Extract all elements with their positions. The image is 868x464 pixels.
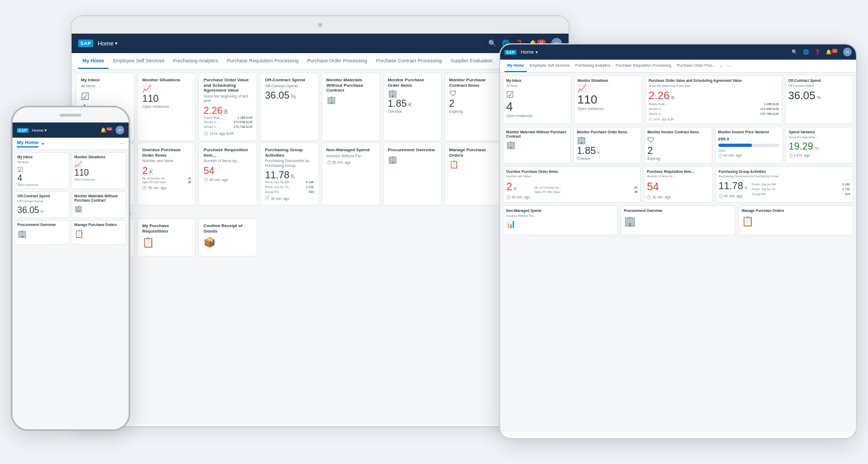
tile-purchase-req-right[interactable]: Purchase Requisition Item... Number of i…: [643, 166, 712, 203]
tablet-large: SAP Home ▾ 🔍 🌐 ❓ 🔔12 JD My Home Employee…: [71, 15, 570, 427]
tab-po-processing-large[interactable]: Purchase Order Processing: [303, 53, 372, 69]
tile-po-value-right[interactable]: Purchase Order Value and Scheduling Agre…: [645, 75, 782, 124]
tile-title: Monitor Invoice Price Variance: [718, 130, 780, 134]
tile-monitor-materials-large[interactable]: Monitor Materials Without Purchase Contr…: [322, 73, 380, 141]
tile-manage-po-phone[interactable]: Manage Purchase Orders 📋: [72, 220, 126, 244]
tile-title: Procurement Overview: [624, 209, 732, 213]
tile-icon: 📈: [142, 84, 191, 93]
tile-off-contract-phone[interactable]: Off-Contract Spend Off-Contract-Spend 36…: [15, 191, 69, 217]
tab-purchasing-analytics-large[interactable]: Purchasing Analytics: [169, 53, 222, 69]
tile-title: Monitor Situations: [142, 78, 191, 83]
tile-purchasing-group-large[interactable]: Purchasing Group Activities Purchasing D…: [260, 143, 318, 205]
tile-icon: 🛡: [647, 136, 709, 144]
tile-subtitle: Purchasing Documents by Purchasing Group: [719, 175, 850, 178]
tile-non-managed-right[interactable]: Non-Managed Spend Invoices Without Pur..…: [503, 205, 618, 235]
sap-logo-right: SAP: [505, 50, 516, 55]
tile-monitor-pc-right[interactable]: Monitor Invoice Contract Items 🛡 2 Expir…: [644, 127, 712, 164]
tile-monitor-pc-items-large[interactable]: Monitor Purchase Contract Items 🛡 2 Expi…: [444, 73, 503, 141]
tile-manage-po-large[interactable]: Manage Purchase Orders 📋: [444, 143, 503, 205]
phone-nav-title[interactable]: My Home: [17, 140, 39, 147]
tile-value: 1.85: [577, 145, 596, 157]
notif-icon-phone[interactable]: 🔔12: [100, 127, 112, 133]
tile-title: Spend Variance: [789, 130, 850, 134]
tile-my-inbox-phone[interactable]: My Inbox All Items ☑ 4 Open Instances: [15, 152, 69, 189]
tile-data-rows: Polaris Brak...1.28B EUR Vendor V...274.…: [648, 102, 778, 116]
tile-invoice-price-right[interactable]: Monitor Invoice Price Variance 299.3 100…: [715, 127, 783, 164]
tile-monitor-situations-phone[interactable]: Monitor Situations 📈 110 Open Instances: [72, 152, 126, 189]
tab-purchase-req-large[interactable]: Purchase Requisition Processing: [222, 53, 303, 69]
tile-title: My Inbox: [81, 78, 130, 83]
speaker: [60, 114, 81, 117]
tile-value: 110: [142, 94, 158, 104]
tab-employee-self-right[interactable]: Employee Self Services: [527, 60, 572, 72]
tab-analytics-right[interactable]: Purchasing Analytics: [572, 60, 613, 72]
search-icon-large[interactable]: 🔍: [488, 40, 496, 47]
tile-icon: 📊: [506, 220, 615, 228]
tile-value: 110: [74, 168, 124, 178]
tile-monitor-materials-right[interactable]: Monitor Materials Without Purchase Contr…: [503, 127, 571, 164]
tile-title: Procurement Overview: [17, 223, 67, 227]
nav-settings-phone[interactable]: ⋯: [119, 141, 124, 146]
tab-my-home-right[interactable]: My Home: [505, 60, 527, 72]
tile-off-contract-right[interactable]: Off-Contract Spend Off-Contract-Spend 36…: [785, 75, 853, 124]
tile-monitor-situations-large[interactable]: Monitor Situations 📈 110 Open Instances: [137, 73, 196, 141]
tile-subtitle: Purchasing Documents by Purchasing Group: [265, 159, 314, 168]
tile-title: Off-Contract Spend: [265, 78, 314, 83]
tab-supplier-large[interactable]: Supplier Evaluation: [446, 53, 497, 69]
tile-monitor-materials-phone[interactable]: Monitor Materials Without Purchase Contr…: [72, 191, 126, 217]
tile-overdue-po-large[interactable]: Overdue Purchase Order Items Number and …: [137, 143, 196, 205]
tile-value: 36.05: [788, 89, 815, 102]
tile-unit: %: [40, 210, 43, 214]
tile-subtitle: Off-Contract-Spend: [265, 84, 314, 88]
tile-unit: %: [815, 146, 819, 151]
tab-req-processing-right[interactable]: Purchase Requisition Processing: [613, 60, 674, 72]
tile-unit: B: [671, 95, 674, 100]
tab-employee-self-large[interactable]: Employee Self Services: [108, 53, 169, 69]
tile-procurement-overview-large[interactable]: Procurement Overview 🏢: [383, 143, 442, 205]
tile-purchasing-group-right[interactable]: Purchasing Group Activities Purchasing D…: [716, 166, 853, 203]
tile-procurement-phone[interactable]: Procurement Overview 🏢: [15, 220, 69, 244]
tile-value: 54: [203, 166, 214, 176]
tile-title: Non-Managed Spend: [327, 147, 375, 153]
tile-off-contract-large[interactable]: Off-Contract Spend Off-Contract-Spend 36…: [260, 73, 318, 141]
tile-label: Open Instances: [142, 105, 191, 108]
tile-my-inbox-right[interactable]: My Inbox All Items ☑ 4 Open Instances: [503, 75, 571, 124]
tab-my-home-large[interactable]: My Home: [78, 53, 108, 69]
notification-icon-right[interactable]: 🔔12: [826, 49, 838, 55]
tile-title: My Purchase Requisitions: [142, 223, 191, 234]
tile-icon: 🏢: [577, 136, 638, 144]
tile-procurement-right[interactable]: Procurement Overview 🏢: [621, 205, 736, 235]
tile-monitor-po-items-large[interactable]: Monitor Purchase Order Items 🏢 1.85 K Ov…: [383, 73, 442, 141]
tile-po-value-large[interactable]: Purchase Order Value and Scheduling Agre…: [199, 73, 257, 141]
header-icons-right: 🔍 🌐 ❓ 🔔12 JD: [792, 48, 852, 56]
tile-manage-po-right[interactable]: Manage Purchase Orders 📋: [738, 205, 853, 235]
search-icon-right[interactable]: 🔍: [792, 49, 797, 55]
avatar-right[interactable]: JD: [843, 48, 852, 56]
tile-label: Open Instances: [506, 114, 568, 118]
nav-more-right[interactable]: ›: [718, 63, 724, 69]
avatar-phone[interactable]: JD: [116, 126, 124, 134]
tile-purchase-req-large[interactable]: Purchase Requisition Item... Number of i…: [199, 143, 257, 205]
notif-badge-right: 12: [832, 49, 838, 53]
tile-label: Overdue: [577, 157, 638, 160]
tile-icon: ☑: [17, 166, 67, 173]
tile-my-reqs-large[interactable]: My Purchase Requisitions 📋: [137, 218, 196, 256]
tile-monitor-po-right[interactable]: Monitor Purchase Order Items 🏢 1.85 K Ov…: [573, 127, 641, 164]
tile-unit: K: [745, 185, 748, 190]
tile-title: Confirm Receipt of Goods: [203, 223, 252, 234]
tile-spend-variance-right[interactable]: Spend Variance Since the beginning ... 1…: [786, 127, 853, 164]
tile-monitor-situations-right[interactable]: Monitor Situations 📈 110 Open Instances: [574, 75, 642, 124]
tile-non-managed-large[interactable]: Non-Managed Spend Invoices Without Pur..…: [322, 143, 380, 205]
tile-title: Off-Contract Spend: [788, 79, 850, 83]
tile-title: Non-Managed Spend: [506, 209, 615, 213]
tile-overdue-po-right[interactable]: Overdue Purchase Order Items Number and …: [503, 166, 641, 203]
tile-title: Purchase Requisition Item...: [647, 170, 709, 174]
tile-label: Open Instances: [577, 107, 639, 111]
tab-po-right[interactable]: Purchase Order Proc...: [674, 60, 718, 72]
tab-contract-large[interactable]: Purchase Contract Processing: [372, 53, 446, 69]
tile-subtitle: Invoices Without Pur...: [327, 154, 375, 158]
nav-settings-right[interactable]: ⋯: [724, 63, 733, 69]
tile-confirm-goods-large[interactable]: Confirm Receipt of Goods 📦: [199, 218, 257, 256]
help-icon-right[interactable]: ❓: [814, 49, 820, 55]
globe-icon-right[interactable]: 🌐: [803, 49, 809, 55]
